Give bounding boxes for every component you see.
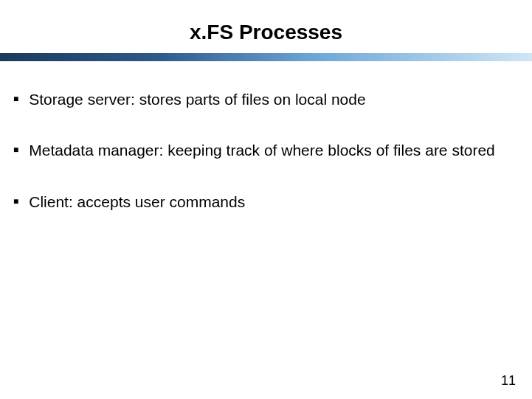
page-number: 11 <box>501 373 516 389</box>
bullet-icon: ■ <box>13 94 18 104</box>
slide: x.FS Processes ■ Storage server: stores … <box>0 0 532 399</box>
list-item: ■ Client: accepts user commands <box>13 192 510 212</box>
content-area: ■ Storage server: stores parts of files … <box>0 89 532 212</box>
list-item: ■ Storage server: stores parts of files … <box>13 89 510 109</box>
slide-title: x.FS Processes <box>0 21 532 44</box>
bullet-text: Client: accepts user commands <box>29 192 245 212</box>
bullet-text: Metadata manager: keeping track of where… <box>29 140 495 160</box>
bullet-text: Storage server: stores parts of files on… <box>29 89 365 109</box>
title-divider <box>0 53 532 61</box>
bullet-icon: ■ <box>13 145 18 155</box>
bullet-icon: ■ <box>13 196 18 207</box>
list-item: ■ Metadata manager: keeping track of whe… <box>13 140 510 160</box>
